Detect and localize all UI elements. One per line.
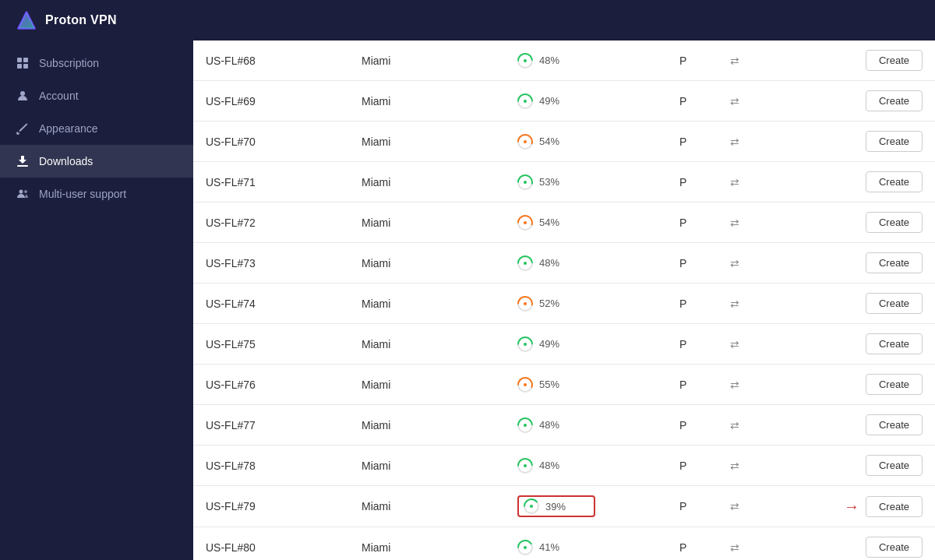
action-cell: → Create — [771, 486, 935, 527]
transfer-icon: ⇄ — [730, 541, 739, 554]
server-city: Miami — [349, 446, 505, 486]
create-button[interactable]: Create — [866, 293, 923, 314]
svg-point-45 — [530, 505, 533, 508]
svg-point-9 — [24, 190, 27, 193]
server-name: US-FL#78 — [193, 446, 349, 486]
transfer-icon: ⇄ — [730, 338, 739, 350]
transfer-icon: ⇄ — [730, 176, 739, 188]
load-column: 49% — [505, 324, 667, 365]
action-cell: Create — [771, 405, 935, 446]
load-column: 52% — [505, 284, 667, 324]
load-cell: 52% — [517, 296, 595, 312]
multiuser-label: Multi-user support — [39, 188, 126, 200]
app-header: Proton VPN — [0, 0, 935, 41]
svg-rect-7 — [17, 165, 28, 167]
server-city: Miami — [349, 324, 505, 365]
sidebar-item-subscription[interactable]: Subscription — [0, 47, 193, 79]
transfer-cell: ⇄ — [718, 81, 771, 122]
create-button[interactable]: Create — [866, 374, 923, 395]
load-column: 49% — [505, 81, 667, 122]
create-button[interactable]: Create — [866, 414, 923, 435]
transfer-icon: ⇄ — [730, 217, 739, 229]
create-button[interactable]: Create — [866, 90, 923, 111]
load-cell: 53% — [517, 174, 595, 190]
create-button[interactable]: Create — [866, 496, 923, 517]
server-name: US-FL#76 — [193, 365, 349, 405]
p-badge: P — [667, 446, 718, 486]
sidebar-item-multiuser[interactable]: Multi-user support — [0, 178, 193, 210]
svg-rect-5 — [23, 64, 28, 69]
transfer-icon: ⇄ — [730, 95, 739, 107]
load-column: 48% — [505, 41, 667, 81]
server-name: US-FL#71 — [193, 162, 349, 203]
brush-icon — [16, 122, 30, 136]
transfer-icon: ⇄ — [730, 136, 739, 148]
load-cell: 48% — [517, 53, 595, 69]
server-name: US-FL#75 — [193, 324, 349, 365]
sidebar-item-appearance[interactable]: Appearance — [0, 112, 193, 145]
transfer-cell: ⇄ — [718, 405, 771, 446]
action-group: → Create — [784, 496, 923, 517]
action-group: Create — [784, 50, 923, 71]
create-button[interactable]: Create — [866, 455, 923, 476]
action-group: Create — [784, 212, 923, 233]
create-button[interactable]: Create — [866, 50, 923, 71]
server-city: Miami — [349, 365, 505, 405]
load-column: 39% — [505, 486, 667, 527]
server-city: Miami — [349, 41, 505, 81]
action-group: Create — [784, 131, 923, 152]
load-cell: 54% — [517, 134, 595, 150]
grid-icon — [16, 56, 30, 70]
sidebar-item-account[interactable]: Account — [0, 79, 193, 112]
load-column: 48% — [505, 446, 667, 486]
downloads-label: Downloads — [39, 155, 93, 167]
create-button[interactable]: Create — [866, 333, 923, 354]
sidebar-item-downloads[interactable]: Downloads — [0, 145, 193, 178]
load-column: 55% — [505, 365, 667, 405]
load-column: 41% — [505, 527, 667, 561]
action-cell: Create — [771, 446, 935, 486]
server-city: Miami — [349, 203, 505, 243]
action-group: Create — [784, 293, 923, 314]
load-column: 54% — [505, 122, 667, 162]
action-cell: Create — [771, 324, 935, 365]
load-cell: 55% — [517, 377, 595, 393]
server-name: US-FL#73 — [193, 243, 349, 284]
load-cell: 39% — [517, 495, 595, 517]
svg-point-39 — [524, 424, 527, 427]
load-cell: 48% — [517, 255, 595, 271]
create-button[interactable]: Create — [866, 171, 923, 192]
server-city: Miami — [349, 405, 505, 446]
server-city: Miami — [349, 527, 505, 561]
create-button[interactable]: Create — [866, 212, 923, 233]
load-column: 48% — [505, 243, 667, 284]
svg-point-15 — [524, 100, 527, 103]
main-layout: Subscription Account Appearance — [0, 41, 935, 560]
svg-point-48 — [524, 546, 527, 549]
p-badge: P — [667, 41, 718, 81]
load-column: 48% — [505, 405, 667, 446]
svg-point-36 — [524, 383, 527, 386]
p-badge: P — [667, 284, 718, 324]
action-group: Create — [784, 171, 923, 192]
server-name: US-FL#77 — [193, 405, 349, 446]
load-cell: 41% — [517, 540, 595, 555]
svg-point-27 — [524, 262, 527, 265]
svg-point-33 — [524, 343, 527, 346]
load-column: 53% — [505, 162, 667, 203]
transfer-icon: ⇄ — [730, 419, 739, 431]
server-city: Miami — [349, 162, 505, 203]
transfer-icon: ⇄ — [730, 500, 739, 512]
action-cell: Create — [771, 162, 935, 203]
create-button[interactable]: Create — [866, 537, 923, 558]
svg-rect-3 — [23, 58, 28, 62]
logo: Proton VPN — [16, 9, 117, 31]
server-city: Miami — [349, 122, 505, 162]
create-button[interactable]: Create — [866, 131, 923, 152]
server-name: US-FL#79 — [193, 486, 349, 527]
transfer-cell: ⇄ — [718, 162, 771, 203]
server-city: Miami — [349, 486, 505, 527]
create-button[interactable]: Create — [866, 252, 923, 273]
transfer-icon: ⇄ — [730, 379, 739, 391]
server-name: US-FL#70 — [193, 122, 349, 162]
